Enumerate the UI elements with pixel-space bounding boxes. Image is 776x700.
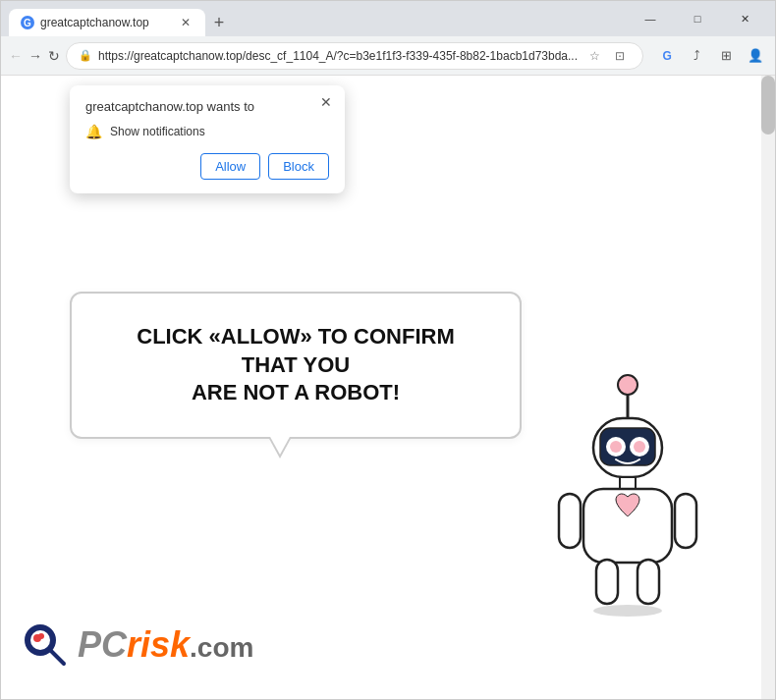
popup-title: greatcaptchanow.top wants to	[85, 99, 329, 114]
pc-text: PC	[78, 624, 127, 665]
svg-rect-8	[620, 477, 636, 489]
minimize-button[interactable]: —	[628, 5, 673, 32]
svg-rect-13	[637, 560, 659, 604]
svg-point-18	[38, 633, 44, 639]
popup-notification-row: 🔔 Show notifications	[85, 124, 329, 139]
speech-bubble: CLICK «ALLOW» TO CONFIRM THAT YOU ARE NO…	[70, 292, 522, 439]
tab-title: greatcaptchanow.top	[40, 16, 149, 29]
scrollbar-thumb[interactable]	[761, 76, 775, 135]
pcrisk-text: PCrisk.com	[78, 624, 253, 666]
notification-text: Show notifications	[110, 125, 205, 138]
svg-rect-12	[596, 560, 618, 604]
extension-icon[interactable]: ⊡	[609, 45, 631, 67]
share-icon[interactable]: ⤴	[683, 42, 710, 70]
robot-container	[539, 371, 716, 620]
speech-bubble-text: CLICK «ALLOW» TO CONFIRM THAT YOU ARE NO…	[111, 323, 480, 407]
maximize-button[interactable]: □	[675, 5, 720, 32]
speech-bubble-container: CLICK «ALLOW» TO CONFIRM THAT YOU ARE NO…	[70, 292, 522, 439]
block-button[interactable]: Block	[268, 153, 329, 180]
risk-text: risk	[127, 624, 190, 665]
url-bar[interactable]: 🔒 https://greatcaptchanow.top/desc_cf_11…	[66, 42, 643, 70]
tab-bar: G greatcaptchanow.top ✕ + — □ ✕	[1, 1, 775, 36]
allow-button[interactable]: Allow	[200, 153, 260, 180]
svg-rect-10	[559, 494, 581, 548]
bookmark-icon[interactable]: ☆	[583, 45, 605, 67]
favicon-letter: G	[24, 18, 31, 28]
back-button[interactable]: ←	[9, 42, 23, 70]
bell-icon: 🔔	[85, 124, 102, 139]
extensions-puzzle-icon[interactable]: ⊞	[712, 42, 740, 70]
close-button[interactable]: ✕	[722, 5, 767, 32]
svg-point-6	[610, 441, 622, 453]
new-tab-button[interactable]: +	[205, 9, 233, 36]
profile-icon[interactable]: 👤	[742, 42, 769, 70]
browser-toolbar-icons: G ⤴ ⊞ 👤 ⋮	[653, 42, 776, 70]
robot-image	[539, 371, 716, 617]
svg-line-19	[50, 650, 64, 664]
address-bar: ← → ↻ 🔒 https://greatcaptchanow.top/desc…	[1, 36, 775, 76]
svg-rect-11	[675, 494, 696, 548]
url-actions: ☆ ⊡	[583, 45, 631, 67]
pcrisk-icon	[21, 620, 70, 670]
menu-icon[interactable]: ⋮	[771, 42, 776, 70]
notification-popup: ✕ greatcaptchanow.top wants to 🔔 Show no…	[70, 85, 345, 193]
window-controls: — □ ✕	[628, 5, 767, 36]
pcrisk-logo: PCrisk.com	[21, 620, 253, 670]
refresh-button[interactable]: ↻	[48, 42, 60, 70]
svg-point-7	[634, 441, 645, 453]
google-icon[interactable]: G	[653, 42, 681, 70]
svg-point-1	[618, 375, 637, 395]
url-text: https://greatcaptchanow.top/desc_cf_1104…	[98, 49, 578, 63]
page-content: ✕ greatcaptchanow.top wants to 🔔 Show no…	[1, 76, 775, 699]
popup-close-button[interactable]: ✕	[317, 93, 335, 111]
browser-tab[interactable]: G greatcaptchanow.top ✕	[9, 9, 205, 36]
browser-window: G greatcaptchanow.top ✕ + — □ ✕ ← → ↻ 🔒 …	[0, 0, 776, 700]
tab-close-button[interactable]: ✕	[178, 15, 194, 30]
tab-favicon: G	[21, 16, 34, 29]
popup-buttons: Allow Block	[85, 153, 329, 180]
com-text: .com	[190, 632, 253, 663]
scrollbar[interactable]	[761, 76, 775, 699]
lock-icon: 🔒	[79, 49, 92, 62]
svg-point-14	[593, 605, 662, 617]
forward-button[interactable]: →	[28, 42, 42, 70]
